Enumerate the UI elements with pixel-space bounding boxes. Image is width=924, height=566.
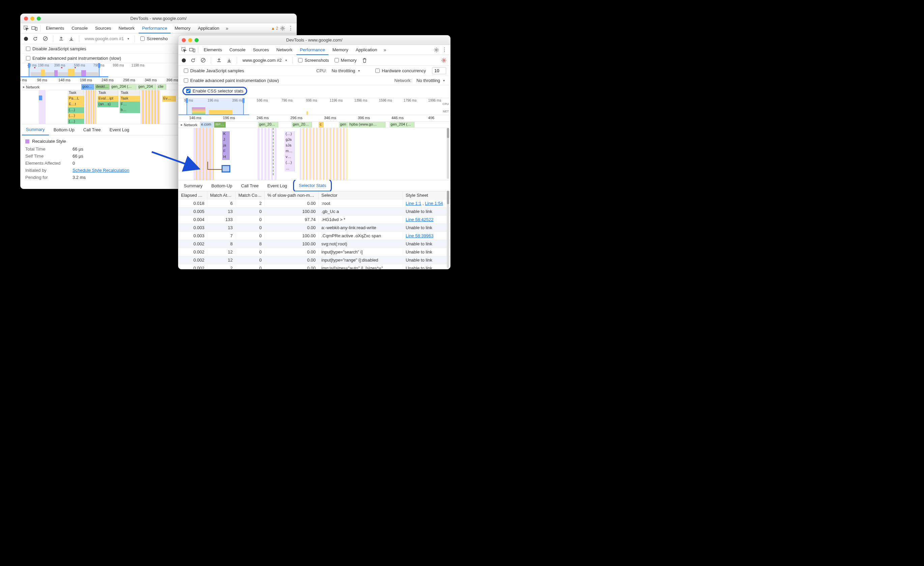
subtab-selector-stats[interactable]: Selector Stats — [295, 180, 330, 191]
more-tabs-icon[interactable]: » — [223, 25, 231, 32]
table-cell: Unable to link — [403, 256, 450, 264]
tab-application[interactable]: Application — [195, 24, 223, 33]
table-cell: 0.005 — [178, 208, 207, 216]
profile-select[interactable]: www.google.com #1 — [83, 35, 130, 42]
column-header[interactable]: Selector — [319, 191, 403, 199]
selected-flame-block[interactable] — [222, 165, 230, 173]
upload-icon[interactable] — [215, 57, 223, 64]
close-icon[interactable] — [182, 38, 186, 42]
subtab-bottom-up[interactable]: Bottom-Up — [207, 181, 236, 191]
disable-js-checkbox[interactable]: Disable JavaScript samples — [25, 45, 88, 52]
record-button[interactable] — [182, 59, 186, 62]
tab-elements[interactable]: Elements — [200, 45, 225, 54]
device-icon[interactable] — [31, 25, 38, 32]
stylesheet-link[interactable]: Line 58:39963 — [406, 233, 434, 238]
disable-js-checkbox[interactable]: Disable JavaScript samples — [183, 68, 246, 74]
overview-timeline[interactable]: 96 ms196 ms396 ms596 ms796 ms996 ms1196 … — [178, 98, 450, 115]
hardware-concurrency-input[interactable] — [432, 67, 446, 74]
hardware-concurrency-checkbox[interactable]: Hardware concurrency — [374, 68, 427, 74]
gear-icon[interactable] — [279, 25, 286, 32]
maximize-icon[interactable] — [37, 17, 41, 21]
stylesheet-link[interactable]: Line 1:54 — [425, 201, 443, 206]
stylesheet-link[interactable]: Line 58:42522 — [406, 217, 434, 222]
download-icon[interactable] — [225, 57, 232, 64]
record-button[interactable] — [24, 37, 28, 41]
tab-application[interactable]: Application — [352, 45, 381, 54]
reload-icon[interactable] — [189, 57, 196, 64]
tab-memory[interactable]: Memory — [171, 24, 194, 33]
profile-select[interactable]: www.google.com #2 — [241, 57, 288, 63]
warnings-badge[interactable]: ▲2 — [271, 26, 278, 31]
device-icon[interactable] — [189, 46, 196, 54]
subtab-call-tree[interactable]: Call Tree — [79, 125, 105, 135]
table-cell: Line 58:42522 — [403, 216, 450, 224]
clear-icon[interactable] — [199, 57, 207, 64]
titlebar[interactable]: DevTools - www.google.com/ — [178, 35, 450, 45]
selection-handle-left[interactable] — [186, 98, 188, 103]
memory-checkbox[interactable]: Memory — [333, 57, 358, 63]
tab-console[interactable]: Console — [68, 24, 91, 33]
tab-network[interactable]: Network — [273, 45, 296, 54]
tab-network[interactable]: Network — [116, 24, 138, 33]
column-header[interactable]: Match Co… — [236, 191, 265, 199]
subtab-event-log[interactable]: Event Log — [263, 181, 291, 191]
capture-settings-gear-icon[interactable] — [440, 57, 447, 64]
subtab-event-log[interactable]: Event Log — [105, 125, 134, 135]
download-icon[interactable] — [68, 35, 75, 42]
column-header[interactable]: Match Att… — [207, 191, 236, 199]
titlebar[interactable]: DevTools - www.google.com/ — [21, 14, 296, 23]
selection-handle-right[interactable] — [98, 63, 100, 68]
column-header[interactable]: Style Sheet — [403, 191, 450, 199]
network-throttle-select[interactable]: No throttling — [417, 78, 446, 83]
cpu-throttle-select[interactable]: No throttling — [332, 68, 361, 73]
tab-sources[interactable]: Sources — [249, 45, 273, 54]
window-title: DevTools - www.google.com/ — [21, 16, 296, 21]
tab-performance[interactable]: Performance — [296, 45, 328, 55]
more-tabs-icon[interactable]: » — [381, 46, 388, 54]
flame-chart[interactable]: ▸ Network e.com m=… gen_20… gen_20… c ge… — [178, 122, 450, 180]
clear-icon[interactable] — [42, 35, 49, 42]
inspect-icon[interactable] — [22, 25, 30, 32]
screenshots-checkbox[interactable]: Screenshots — [297, 57, 330, 63]
subtab-summary[interactable]: Summary — [22, 124, 49, 135]
reload-icon[interactable] — [32, 35, 39, 42]
inspect-icon[interactable] — [180, 46, 188, 54]
subtab-bottom-up[interactable]: Bottom-Up — [50, 125, 79, 135]
table-cell: Unable to link — [403, 248, 450, 256]
table-cell: 8 — [207, 240, 236, 248]
gear-icon[interactable] — [433, 46, 440, 54]
traffic-lights — [182, 38, 199, 42]
column-header[interactable]: Elapsed … ▼ — [178, 191, 207, 199]
trash-icon[interactable] — [361, 57, 368, 64]
kebab-icon[interactable]: ⋮ — [441, 46, 448, 54]
tab-performance[interactable]: Performance — [139, 24, 170, 33]
stylesheet-link[interactable]: Line 1:1 — [406, 201, 421, 206]
expand-icon[interactable]: ▸ — [22, 85, 26, 89]
scrollbar[interactable] — [447, 128, 449, 179]
subtab-call-tree[interactable]: Call Tree — [237, 181, 263, 191]
selection-handle-right[interactable] — [243, 98, 244, 103]
screenshots-checkbox[interactable]: Screensho — [139, 35, 169, 42]
subtab-summary[interactable]: Summary — [180, 181, 207, 191]
expand-icon[interactable]: ▸ — [180, 122, 184, 127]
upload-icon[interactable] — [57, 35, 65, 42]
time-ruler[interactable]: 146 ms196 ms246 ms296 ms346 ms396 ms446 … — [178, 115, 450, 122]
table-cell: 13 — [207, 208, 236, 216]
tab-sources[interactable]: Sources — [92, 24, 115, 33]
table-cell: 0.00 — [265, 256, 319, 264]
table-cell: 100.00 — [265, 240, 319, 248]
kebab-icon[interactable]: ⋮ — [287, 25, 294, 32]
column-header[interactable]: % of slow-path non-m… — [265, 191, 319, 199]
maximize-icon[interactable] — [195, 38, 199, 42]
minimize-icon[interactable] — [30, 17, 34, 21]
adv-paint-checkbox[interactable]: Enable advanced paint instrumentation (s… — [25, 55, 122, 62]
minimize-icon[interactable] — [188, 38, 192, 42]
tab-console[interactable]: Console — [226, 45, 249, 54]
close-icon[interactable] — [24, 17, 28, 21]
adv-paint-checkbox[interactable]: Enable advanced paint instrumentation (s… — [183, 77, 280, 84]
tab-memory[interactable]: Memory — [329, 45, 352, 54]
tab-elements[interactable]: Elements — [42, 24, 68, 33]
scrollbar[interactable] — [447, 191, 449, 268]
css-selector-stats-checkbox[interactable] — [186, 89, 190, 93]
selection-handle-left[interactable] — [28, 63, 30, 68]
